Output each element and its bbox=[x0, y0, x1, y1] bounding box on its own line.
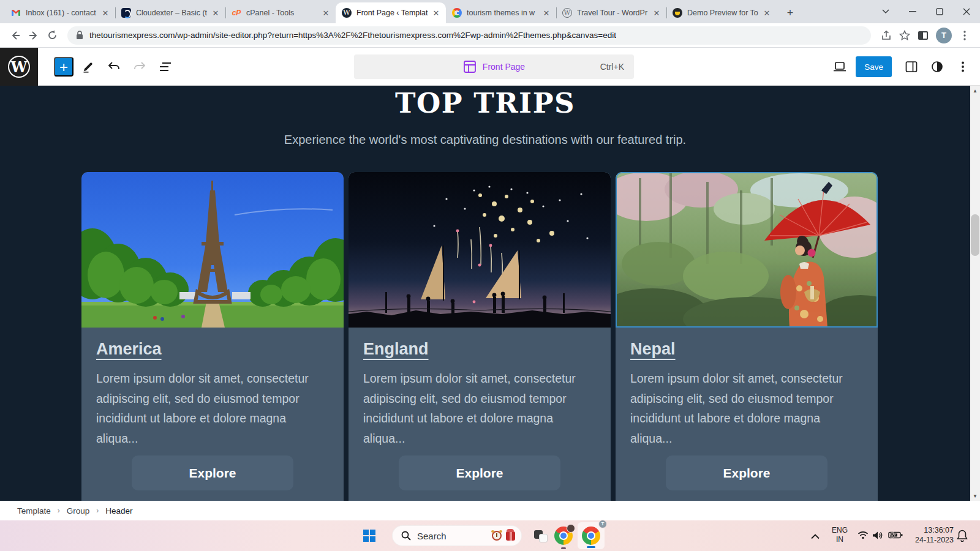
url-text: thetourismexpress.com/wp-admin/site-edit… bbox=[89, 31, 616, 40]
explore-button-nepal[interactable]: Explore bbox=[666, 455, 827, 490]
forward-icon[interactable] bbox=[24, 26, 43, 45]
tab-front-page-active[interactable]: W Front Page ‹ Templat ✕ bbox=[336, 2, 446, 23]
notifications-bell-icon[interactable] bbox=[957, 530, 968, 544]
explore-button-america[interactable]: Explore bbox=[132, 455, 293, 490]
back-icon[interactable] bbox=[6, 26, 24, 45]
card-body: England Lorem ipsum dolor sit amet, cons… bbox=[349, 328, 611, 490]
language-indicator[interactable]: ENG IN bbox=[827, 526, 853, 544]
undo-icon[interactable] bbox=[103, 56, 125, 78]
close-icon[interactable]: ✕ bbox=[431, 8, 441, 18]
explore-button-england[interactable]: Explore bbox=[399, 455, 560, 490]
block-breadcrumb-bar: Template › Group › Header bbox=[0, 501, 980, 520]
scroll-down-icon[interactable]: ▼ bbox=[970, 491, 980, 501]
styles-contrast-icon[interactable] bbox=[926, 56, 948, 78]
tab-travel-tour[interactable]: W Travel Tour - WordPr ✕ bbox=[556, 2, 666, 23]
new-tab-button[interactable]: + bbox=[782, 4, 799, 21]
wordpress-icon: W bbox=[562, 8, 572, 18]
breadcrumb-header[interactable]: Header bbox=[105, 506, 132, 515]
tab-title: Demo Preview for To bbox=[687, 9, 760, 17]
card-description[interactable]: Lorem ipsum dolor sit amet, consectetur … bbox=[96, 369, 329, 448]
card-title-link[interactable]: Nepal bbox=[630, 340, 676, 359]
trip-card-england[interactable]: England Lorem ipsum dolor sit amet, cons… bbox=[349, 172, 611, 501]
close-icon[interactable]: ✕ bbox=[211, 8, 221, 18]
close-icon[interactable]: ✕ bbox=[652, 8, 662, 18]
breadcrumb-template[interactable]: Template bbox=[17, 506, 51, 515]
section-title[interactable]: TOP TRIPS bbox=[0, 87, 970, 119]
taskbar-search[interactable]: Search bbox=[392, 525, 522, 546]
save-button[interactable]: Save bbox=[856, 56, 892, 77]
breadcrumb-group[interactable]: Group bbox=[67, 506, 90, 515]
template-icon bbox=[463, 60, 477, 73]
wordpress-logo[interactable]: W bbox=[0, 48, 38, 86]
block-inserter-button[interactable]: + bbox=[54, 57, 74, 77]
canvas-scrollbar[interactable]: ▲ ▼ bbox=[970, 86, 980, 501]
card-description[interactable]: Lorem ipsum dolor sit amet, consectetur … bbox=[363, 369, 596, 448]
device-preview-icon[interactable] bbox=[829, 56, 851, 78]
reload-icon[interactable] bbox=[43, 26, 61, 45]
command-shortcut: Ctrl+K bbox=[600, 62, 624, 72]
browser-tab-strip: Inbox (161) - contact ✕ Cloudexter – Bas… bbox=[0, 0, 980, 23]
tab-demo-preview[interactable]: Demo Preview for To ✕ bbox=[666, 2, 777, 23]
wifi-icon[interactable] bbox=[858, 531, 869, 542]
card-body: America Lorem ipsum dolor sit amet, cons… bbox=[81, 328, 344, 490]
tab-cloudexter[interactable]: Cloudexter – Basic (t ✕ bbox=[115, 2, 225, 23]
tab-cpanel[interactable]: cP cPanel - Tools ✕ bbox=[225, 2, 336, 23]
date-text: 24-11-2023 bbox=[910, 536, 954, 545]
redo-icon[interactable] bbox=[129, 56, 151, 78]
england-card-image[interactable] bbox=[349, 172, 611, 328]
document-title: Front Page bbox=[483, 62, 525, 72]
task-view-icon[interactable] bbox=[534, 530, 548, 542]
lock-icon bbox=[76, 31, 83, 40]
demo-preview-icon bbox=[673, 8, 682, 18]
google-icon bbox=[452, 8, 462, 18]
scroll-up-icon[interactable]: ▲ bbox=[970, 86, 980, 96]
side-panel-icon[interactable] bbox=[914, 26, 932, 45]
tab-gmail-inbox[interactable]: Inbox (161) - contact ✕ bbox=[5, 2, 115, 23]
chrome-taskbar-icon-2-active[interactable]: T bbox=[578, 522, 605, 549]
volume-icon[interactable] bbox=[872, 531, 883, 542]
close-window-icon[interactable] bbox=[953, 0, 980, 23]
close-icon[interactable]: ✕ bbox=[762, 8, 772, 18]
tab-title: Front Page ‹ Templat bbox=[356, 9, 429, 17]
screen: Inbox (161) - contact ✕ Cloudexter – Bas… bbox=[0, 0, 980, 551]
card-title-link[interactable]: England bbox=[363, 340, 429, 359]
command-palette[interactable]: Front Page Ctrl+K bbox=[354, 54, 634, 79]
close-icon[interactable]: ✕ bbox=[541, 8, 551, 18]
gmail-icon bbox=[11, 8, 21, 18]
maximize-icon[interactable] bbox=[926, 0, 953, 23]
breadcrumb-separator: › bbox=[58, 506, 60, 515]
america-card-image[interactable] bbox=[81, 172, 344, 328]
close-icon[interactable]: ✕ bbox=[321, 8, 331, 18]
minimize-icon[interactable] bbox=[899, 0, 926, 23]
battery-charging-icon[interactable] bbox=[888, 531, 903, 542]
wp-editor-toolbar: W + Front Page Ctrl+K Save bbox=[0, 48, 980, 86]
edit-pencil-icon[interactable] bbox=[77, 56, 99, 78]
url-bar[interactable]: thetourismexpress.com/wp-admin/site-edit… bbox=[67, 26, 871, 45]
fireworks-night-boats-illustration bbox=[349, 172, 611, 328]
taskbar-clock[interactable]: 13:36:07 24-11-2023 bbox=[910, 526, 954, 545]
settings-sidebar-icon[interactable] bbox=[900, 56, 922, 78]
card-title-link[interactable]: America bbox=[96, 340, 162, 359]
list-view-icon[interactable] bbox=[154, 56, 176, 78]
trip-card-nepal[interactable]: Nepal Lorem ipsum dolor sit amet, consec… bbox=[616, 172, 878, 501]
profile-letter-badge: T bbox=[598, 520, 607, 528]
browser-menu-kebab-icon[interactable] bbox=[956, 26, 974, 45]
tab-title: cPanel - Tools bbox=[246, 9, 318, 17]
hidden-icons-chevron-icon[interactable] bbox=[811, 531, 820, 542]
tab-search-chevron-icon[interactable] bbox=[872, 0, 899, 23]
start-button-windows-icon[interactable] bbox=[363, 530, 375, 542]
profile-avatar[interactable]: T bbox=[936, 28, 952, 43]
card-description[interactable]: Lorem ipsum dolor sit amet, consectetur … bbox=[630, 369, 863, 448]
tab-tourism-themes[interactable]: tourism themes in w ✕ bbox=[446, 2, 556, 23]
trip-card-america[interactable]: America Lorem ipsum dolor sit amet, cons… bbox=[81, 172, 344, 501]
search-label: Search bbox=[417, 531, 492, 541]
share-icon[interactable] bbox=[877, 26, 895, 45]
bookmark-star-icon[interactable] bbox=[895, 26, 914, 45]
breadcrumb-separator: › bbox=[96, 506, 99, 515]
chrome-taskbar-icon-1[interactable] bbox=[554, 527, 573, 545]
nepal-card-image-selected[interactable] bbox=[616, 172, 878, 328]
scrollbar-thumb[interactable] bbox=[971, 214, 979, 256]
options-kebab-icon[interactable] bbox=[952, 56, 974, 78]
close-icon[interactable]: ✕ bbox=[100, 8, 110, 18]
section-subtitle[interactable]: Experience the world's most captivating … bbox=[0, 133, 970, 147]
